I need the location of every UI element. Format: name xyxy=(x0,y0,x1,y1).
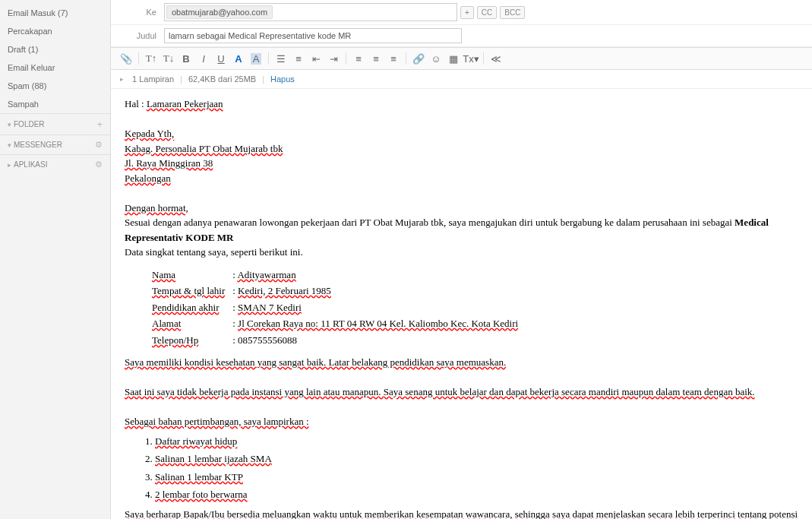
cc-button[interactable]: CC xyxy=(477,6,497,19)
italic-icon[interactable]: I xyxy=(196,51,211,66)
align-center-icon[interactable]: ≡ xyxy=(368,51,384,66)
font-larger-icon[interactable]: T↑ xyxy=(144,51,159,66)
sidebar-item-draft[interactable]: Draft (1) xyxy=(0,40,110,59)
chevron-right-icon: ▸ xyxy=(8,161,11,169)
format-toolbar: 📎 T↑ T↓ B I U A A ☰ ≡ ⇤ ⇥ ≡ ≡ ≡ 🔗 ☺ ▦ Tx… xyxy=(111,47,812,70)
add-recipient-button[interactable]: + xyxy=(460,6,474,19)
subject-row: Judul xyxy=(111,25,812,47)
message-body[interactable]: Hal : Lamaran Pekerjaan Kepada Yth, Kaba… xyxy=(111,89,812,519)
compose-panel: Ke obatmujarab@yahoo.com + CC BCC Judul … xyxy=(111,0,812,519)
to-label: Ke xyxy=(118,8,156,17)
gear-icon[interactable]: ⚙ xyxy=(95,140,103,150)
remove-attachment-link[interactable]: Hapus xyxy=(270,74,295,84)
plus-icon[interactable]: + xyxy=(96,119,103,130)
attach-icon[interactable]: 📎 xyxy=(118,51,134,66)
sidebar-item-inbox[interactable]: Email Masuk (7) xyxy=(0,4,110,22)
sidebar-item-conversation[interactable]: Percakapan xyxy=(0,22,110,40)
template-icon[interactable]: ▦ xyxy=(446,51,461,66)
font-smaller-icon[interactable]: T↓ xyxy=(161,51,176,66)
attachment-list: Daftar riwayat hidup Salinan 1 lembar ij… xyxy=(155,432,798,504)
chevron-down-icon: ▾ xyxy=(8,121,11,128)
sidebar: Email Masuk (7) Percakapan Draft (1) Ema… xyxy=(0,0,111,519)
bullet-list-icon[interactable]: ☰ xyxy=(273,51,289,66)
sidebar-section-messenger[interactable]: ▾MESSENGER ⚙ xyxy=(0,134,110,154)
font-color-icon[interactable]: A xyxy=(231,51,246,66)
recipient-pill[interactable]: obatmujarab@yahoo.com xyxy=(166,5,273,19)
emoji-icon[interactable]: ☺ xyxy=(428,51,444,66)
chevron-down-icon: ▾ xyxy=(8,141,11,149)
gear-icon[interactable]: ⚙ xyxy=(95,160,103,169)
sidebar-section-applications[interactable]: ▸APLIKASI ⚙ xyxy=(0,154,110,174)
link-icon[interactable]: 🔗 xyxy=(411,51,426,66)
sidebar-item-trash[interactable]: Sampah xyxy=(0,95,110,113)
subject-input[interactable] xyxy=(164,28,462,43)
highlight-icon[interactable]: A xyxy=(248,51,264,66)
sidebar-item-sent[interactable]: Email Keluar xyxy=(0,59,110,77)
bold-icon[interactable]: B xyxy=(179,51,194,66)
to-row: Ke obatmujarab@yahoo.com + CC BCC xyxy=(111,0,812,25)
number-list-icon[interactable]: ≡ xyxy=(291,51,306,66)
underline-icon[interactable]: U xyxy=(213,51,229,66)
indent-icon[interactable]: ⇥ xyxy=(326,51,341,66)
outdent-icon[interactable]: ⇤ xyxy=(308,51,324,66)
align-left-icon[interactable]: ≡ xyxy=(351,51,366,66)
to-field[interactable]: obatmujarab@yahoo.com xyxy=(164,3,457,21)
sidebar-item-spam[interactable]: Spam (88) xyxy=(0,77,110,95)
attachment-size: 62,4KB dari 25MB xyxy=(188,74,256,84)
format-icon[interactable]: Tx▾ xyxy=(463,51,479,66)
chevron-right-icon[interactable]: ▸ xyxy=(120,75,124,83)
attachment-count: 1 Lampiran xyxy=(132,74,174,84)
bcc-button[interactable]: BCC xyxy=(500,6,525,19)
align-right-icon[interactable]: ≡ xyxy=(386,51,401,66)
collapse-icon[interactable]: ≪ xyxy=(488,51,504,66)
subject-label: Judul xyxy=(118,31,156,40)
attachment-bar: ▸ 1 Lampiran | 62,4KB dari 25MB | Hapus xyxy=(111,70,812,89)
sidebar-section-folder[interactable]: ▾FOLDER + xyxy=(0,113,110,134)
applicant-info-table: Nama: Adityawarman Tempat & tgl lahir: K… xyxy=(147,266,523,350)
